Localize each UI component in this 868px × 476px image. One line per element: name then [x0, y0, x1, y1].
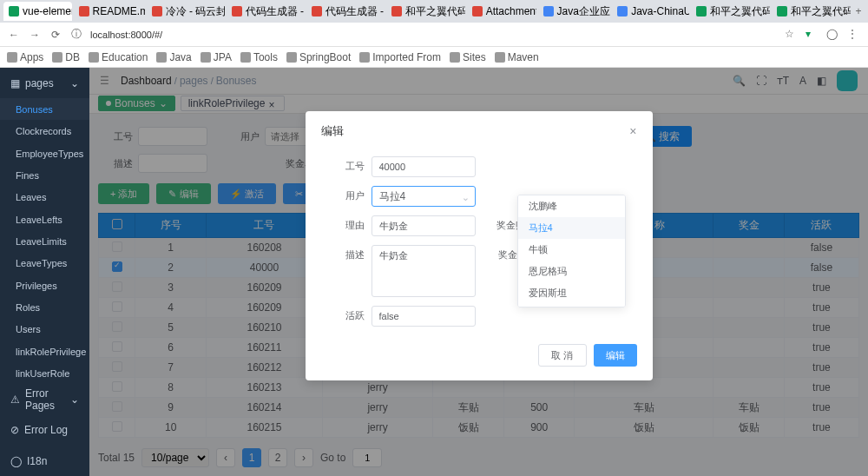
field-input-hy[interactable]	[372, 306, 476, 327]
user-dropdown: 沈鹏峰 马拉4 牛顿 恩尼格玛 爱因斯坦 乔布斯 马克思	[517, 195, 626, 307]
profile-icon[interactable]: ◯	[826, 28, 840, 42]
close-icon[interactable]: ×	[629, 124, 636, 138]
back-icon[interactable]: ←	[7, 28, 21, 42]
bookmark[interactable]: Maven	[495, 51, 539, 63]
bookmark[interactable]: Apps	[7, 51, 43, 63]
sidebar-item-leaves[interactable]: Leaves	[0, 187, 89, 208]
field-label-gh: 工号	[321, 156, 365, 173]
star-icon[interactable]: ☆	[785, 28, 799, 42]
field-label-ms: 描述	[321, 245, 365, 261]
cancel-button[interactable]: 取 消	[538, 344, 586, 367]
sidebar-section-error[interactable]: ⚠Error Pages⌄	[0, 385, 89, 415]
favicon	[543, 6, 554, 17]
browser-tab[interactable]: 和平之翼代码…×	[772, 2, 851, 21]
folder-icon	[240, 52, 251, 63]
field-select-yh[interactable]: 马拉4	[372, 186, 476, 207]
sidebar-item-errorlog[interactable]: ⊘Error Log	[0, 415, 89, 446]
bookmark[interactable]: JPA	[201, 51, 232, 63]
browser-toolbar: ← → ⟳ ⓘ localhost:8000/#/ ☆ ▾ ◯ ⋮	[0, 23, 868, 47]
bookmark[interactable]: Tools	[240, 51, 278, 63]
folder-icon	[359, 52, 370, 63]
dropdown-option[interactable]: 乔布斯	[518, 304, 625, 307]
pages-icon: ▦	[10, 77, 20, 89]
field-textarea-ms[interactable]	[372, 245, 476, 297]
favicon	[9, 6, 19, 17]
confirm-button[interactable]: 编辑	[594, 344, 637, 367]
sidebar-item-leavetypes[interactable]: LeaveTypes	[0, 253, 89, 274]
browser-tab[interactable]: Attachment -×	[467, 2, 536, 21]
dropdown-option[interactable]: 爱因斯坦	[518, 282, 625, 304]
bookmark[interactable]: Sites	[450, 51, 486, 63]
folder-icon	[450, 52, 460, 63]
favicon	[472, 6, 483, 17]
field-input-ly[interactable]	[372, 215, 476, 236]
edit-modal: 编辑 × 工号 用户马拉4 理由 奖金账户余额 描述 奖金名称 活跃 沈鹏峰 马…	[306, 111, 653, 380]
sidebar-item-users[interactable]: Users	[0, 319, 89, 340]
favicon	[152, 6, 162, 17]
folder-icon	[286, 52, 297, 63]
extension-icon[interactable]: ▾	[806, 28, 819, 42]
sidebar-item-fines[interactable]: Fines	[0, 164, 89, 186]
dropdown-option[interactable]: 沈鹏峰	[518, 195, 625, 217]
browser-tab[interactable]: 和平之翼代码…×	[691, 2, 770, 21]
new-tab-button[interactable]: +	[852, 5, 865, 17]
browser-tab[interactable]: vue-element×	[3, 2, 72, 21]
info-icon[interactable]: ⓘ	[69, 28, 83, 42]
bookmark[interactable]: SpringBoot	[286, 51, 351, 63]
sidebar-section-pages[interactable]: ▦pages⌄	[0, 68, 89, 98]
warning-icon: ⚠	[10, 393, 20, 406]
browser-tab[interactable]: 冷冷 - 码云封…×	[147, 2, 225, 21]
sidebar-item-i18n[interactable]: ◯I18n	[0, 446, 89, 476]
sidebar-item-roles[interactable]: Roles	[0, 296, 89, 318]
sidebar: ▦pages⌄ Bonuses Clockrecords EmployeeTyp…	[0, 68, 89, 476]
folder-icon	[201, 52, 211, 63]
bookmark[interactable]: Education	[89, 51, 148, 63]
field-label-hy: 活跃	[321, 306, 365, 322]
browser-tab[interactable]: Java-ChinaU…×	[612, 2, 689, 21]
reload-icon[interactable]: ⟳	[49, 28, 62, 42]
browser-tab[interactable]: 代码生成器 - …×	[306, 2, 385, 21]
favicon	[232, 6, 242, 17]
sidebar-item-leavelefts[interactable]: LeaveLefts	[0, 208, 89, 230]
url-bar[interactable]: localhost:8000/#/	[90, 30, 778, 40]
browser-tab[interactable]: 代码生成器 - …×	[227, 2, 305, 21]
main-content: ☰ Dashboard / pages / Bonuses 🔍 ⛶ ᴛT A ◧…	[89, 68, 868, 476]
browser-tab[interactable]: README.md×	[74, 2, 145, 21]
modal-title: 编辑	[321, 123, 344, 139]
field-label-ly: 理由	[321, 215, 365, 232]
dropdown-option[interactable]: 牛顿	[518, 239, 625, 261]
forward-icon[interactable]: →	[28, 28, 42, 42]
bookmark[interactable]: Java	[156, 51, 191, 63]
bookmark[interactable]: DB	[52, 51, 80, 63]
dropdown-option[interactable]: 马拉4	[518, 217, 625, 239]
sidebar-item-linkroleprivilege[interactable]: linkRolePrivilege	[0, 340, 89, 362]
favicon	[79, 6, 89, 17]
favicon	[777, 6, 787, 17]
field-label-yh: 用户	[321, 186, 365, 202]
folder-icon	[156, 52, 167, 63]
sidebar-item-clockrecords[interactable]: Clockrecords	[0, 120, 89, 142]
globe-icon: ◯	[10, 455, 22, 467]
favicon	[312, 6, 322, 17]
folder-icon	[52, 52, 62, 63]
browser-tab[interactable]: Java企业应用×	[538, 2, 611, 21]
favicon	[696, 6, 707, 17]
dropdown-option[interactable]: 恩尼格玛	[518, 261, 625, 282]
modal-overlay[interactable]: 编辑 × 工号 用户马拉4 理由 奖金账户余额 描述 奖金名称 活跃 沈鹏峰 马…	[89, 68, 868, 476]
bookmarks-bar: Apps DB Education Java JPA Tools SpringB…	[0, 47, 868, 68]
sidebar-item-privileges[interactable]: Privileges	[0, 274, 89, 296]
chevron-down-icon: ⌄	[70, 77, 79, 89]
menu-icon[interactable]: ⋮	[847, 28, 861, 42]
bug-icon: ⊘	[10, 424, 19, 436]
field-input-gh[interactable]	[372, 156, 476, 177]
browser-tab[interactable]: 和平之翼代码…×	[386, 2, 465, 21]
folder-icon	[495, 52, 505, 63]
apps-icon	[7, 52, 17, 63]
sidebar-item-employeetypes[interactable]: EmployeeTypes	[0, 142, 89, 164]
sidebar-item-leavelimits[interactable]: LeaveLimits	[0, 230, 89, 252]
favicon	[391, 6, 402, 17]
chevron-down-icon: ⌄	[70, 393, 79, 406]
sidebar-item-bonuses[interactable]: Bonuses	[0, 98, 89, 120]
bookmark[interactable]: Imported From	[359, 51, 441, 63]
sidebar-item-linkuserrole[interactable]: linkUserRole	[0, 362, 89, 384]
